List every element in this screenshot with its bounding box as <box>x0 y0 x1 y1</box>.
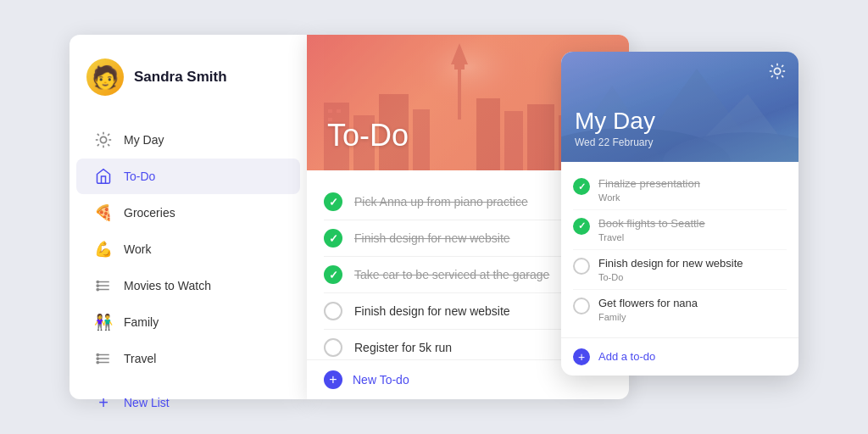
myday-title: My Day <box>575 108 655 135</box>
check-pending-5[interactable] <box>324 338 342 357</box>
sidebar-label-family: Family <box>124 315 159 329</box>
myday-item-title-4: Get flowers for nana <box>598 297 787 311</box>
myday-add-label: Add a to-do <box>598 350 655 363</box>
svg-line-8 <box>97 144 99 146</box>
svg-rect-24 <box>454 64 465 70</box>
new-list-button[interactable]: + New List <box>76 385 300 420</box>
travel-icon <box>93 348 114 369</box>
svg-rect-30 <box>504 111 523 170</box>
svg-rect-28 <box>413 109 430 170</box>
user-section[interactable]: 🧑 Sandra Smith <box>70 58 307 114</box>
new-todo-plus-icon: + <box>324 370 342 389</box>
myday-check-pending-4[interactable] <box>573 298 590 314</box>
myday-item-subtitle-4: Family <box>598 312 787 322</box>
todo-text-5: Register for 5k run <box>354 341 452 354</box>
myday-item-subtitle-2: Travel <box>598 232 787 242</box>
svg-point-0 <box>100 136 106 142</box>
myday-item-text-1: Finalize presentation Work <box>598 177 787 203</box>
myday-card: My Day Wed 22 February Finalize presenta… <box>561 52 798 376</box>
svg-point-20 <box>97 361 98 363</box>
myday-item-text-3: Finish design for new website To-Do <box>598 257 787 282</box>
svg-point-14 <box>97 288 98 290</box>
avatar: 🧑 <box>86 58 124 96</box>
nav-list: My Day To-Do 🍕 Groceries 💪 Work <box>70 114 307 384</box>
myday-header: My Day Wed 22 February <box>561 52 798 162</box>
svg-point-18 <box>97 353 98 355</box>
svg-line-51 <box>771 75 773 77</box>
myday-title-group: My Day Wed 22 February <box>575 108 655 148</box>
svg-rect-35 <box>328 109 332 113</box>
myday-item-4[interactable]: Get flowers for nana Family <box>573 290 787 329</box>
svg-point-43 <box>774 68 780 74</box>
myday-item-text-4: Get flowers for nana Family <box>598 297 787 322</box>
myday-sun-icon <box>768 62 787 85</box>
user-name: Sandra Smith <box>134 69 227 86</box>
check-done-1[interactable] <box>324 192 342 211</box>
todo-text-3: Take car to be serviced at the garage <box>354 268 549 281</box>
svg-point-12 <box>97 281 98 282</box>
svg-rect-29 <box>476 98 500 170</box>
sidebar-item-groceries[interactable]: 🍕 Groceries <box>76 195 300 231</box>
sidebar-label-travel: Travel <box>124 352 156 365</box>
svg-rect-36 <box>337 109 341 113</box>
myday-items-list: Finalize presentation Work Book flights … <box>561 162 798 337</box>
app-container: 🧑 Sandra Smith <box>70 35 798 399</box>
svg-line-49 <box>782 75 783 77</box>
plus-icon: + <box>93 392 114 413</box>
myday-item-1[interactable]: Finalize presentation Work <box>573 170 787 210</box>
sidebar-label-movies: Movies to Watch <box>124 279 211 292</box>
sidebar-item-family[interactable]: 👫 Family <box>76 304 300 340</box>
myday-add-button[interactable]: + Add a to-do <box>561 337 798 376</box>
myday-item-2[interactable]: Book flights to Seattle Travel <box>573 210 787 250</box>
myday-add-icon: + <box>573 348 590 365</box>
check-pending-4[interactable] <box>324 302 342 320</box>
new-todo-label: New To-do <box>353 373 409 387</box>
sidebar-label-to-do: To-Do <box>124 170 155 183</box>
sun-icon <box>93 130 114 150</box>
myday-check-done-1[interactable] <box>573 178 590 195</box>
sidebar-item-to-do[interactable]: To-Do <box>76 159 300 194</box>
myday-item-subtitle-1: Work <box>598 192 787 203</box>
sidebar-label-my-day: My Day <box>124 133 164 147</box>
sidebar-item-movies[interactable]: Movies to Watch <box>76 268 300 303</box>
svg-line-5 <box>97 134 99 136</box>
svg-line-48 <box>771 65 773 67</box>
myday-item-subtitle-3: To-Do <box>598 272 787 282</box>
sidebar: 🧑 Sandra Smith <box>70 35 307 399</box>
svg-rect-31 <box>527 104 554 170</box>
svg-point-19 <box>97 358 98 359</box>
svg-line-7 <box>108 134 109 136</box>
myday-item-3[interactable]: Finish design for new website To-Do <box>573 250 787 290</box>
new-list-label: New List <box>124 396 170 409</box>
home-icon <box>93 166 114 186</box>
todo-title: To-Do <box>327 118 409 153</box>
work-icon: 💪 <box>93 239 114 259</box>
myday-item-title-2: Book flights to Seattle <box>598 217 787 231</box>
movies-icon <box>93 275 114 296</box>
check-done-2[interactable] <box>324 229 342 248</box>
sidebar-item-travel[interactable]: Travel <box>76 341 300 376</box>
sidebar-label-work: Work <box>124 242 151 256</box>
check-done-3[interactable] <box>324 265 342 284</box>
myday-item-text-2: Book flights to Seattle Travel <box>598 217 787 242</box>
myday-check-done-2[interactable] <box>573 218 590 235</box>
myday-item-title-1: Finalize presentation <box>598 177 787 192</box>
todo-text-2: Finish design for new website <box>354 231 510 245</box>
family-icon: 👫 <box>93 312 114 332</box>
groceries-icon: 🍕 <box>93 203 114 223</box>
sidebar-item-work[interactable]: 💪 Work <box>76 231 300 267</box>
myday-check-pending-3[interactable] <box>573 258 590 275</box>
sidebar-item-my-day[interactable]: My Day <box>76 122 300 158</box>
todo-text-1: Pick Anna up from piano practice <box>354 195 528 209</box>
svg-line-50 <box>782 65 783 67</box>
sidebar-label-groceries: Groceries <box>124 206 175 220</box>
svg-line-6 <box>108 144 109 146</box>
todo-text-4: Finish design for new website <box>354 304 510 318</box>
myday-date: Wed 22 February <box>575 136 655 148</box>
svg-point-13 <box>97 285 98 287</box>
myday-item-title-3: Finish design for new website <box>598 257 787 271</box>
